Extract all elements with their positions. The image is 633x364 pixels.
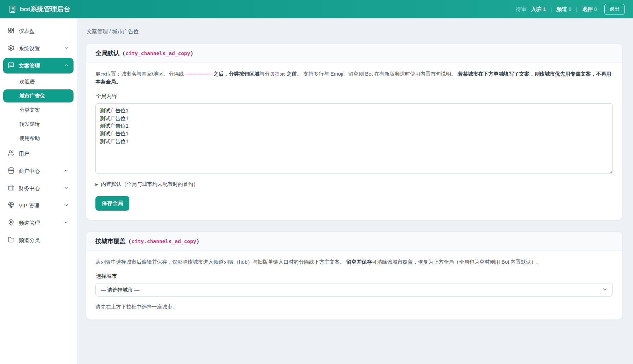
global-content-label: 全局内容	[96, 93, 613, 100]
chevron-down-icon	[64, 185, 69, 192]
stat-deposit: 退押0	[582, 6, 597, 13]
save-global-button[interactable]: 保存全局	[95, 196, 129, 211]
folder-icon	[8, 236, 14, 244]
pink-divider-dashes: ——————	[186, 71, 212, 77]
sidebar-subitem-category-copy[interactable]: 分类文案	[3, 104, 74, 117]
sidebar-item-label: 仪表盘	[19, 28, 35, 35]
store-icon	[8, 167, 14, 175]
users-icon	[8, 150, 14, 158]
stat-ruzhu-label: 入驻	[531, 6, 541, 12]
building-icon	[8, 5, 16, 13]
sidebar-item-users[interactable]: 用户	[3, 146, 74, 162]
global-card-code: city_channels_ad_copy	[125, 51, 190, 56]
paren: ）	[190, 50, 196, 57]
sidebar-item-label: 频道分类	[19, 237, 40, 244]
gem-icon	[8, 202, 14, 210]
app-title: bot系统管理后台	[20, 5, 71, 14]
message-icon	[8, 62, 14, 70]
sidebar-item-finance-center[interactable]: 财务中心	[3, 181, 74, 196]
logout-button[interactable]: 退出	[604, 4, 625, 15]
city-select-value: — 请选择城市 —	[101, 287, 140, 293]
sidebar-item-channel-category[interactable]: 频道分类	[3, 233, 74, 248]
separator: |	[576, 6, 578, 12]
chevron-down-icon	[602, 287, 608, 293]
stat-deposit-value: 0	[594, 6, 597, 12]
chevron-down-icon	[64, 168, 69, 174]
paren: ）	[196, 238, 202, 245]
stat-ruzhu: 入驻1	[531, 6, 546, 13]
city-select-label: 选择城市	[96, 273, 613, 280]
builtin-default-label: 内置默认（全局与城市均未配置时的首句）	[101, 181, 199, 188]
breadcrumb-separator: /	[109, 28, 111, 34]
sidebar-item-label: VIP 管理	[19, 202, 39, 209]
desc-segment: 。 支持多行与 Emoji。留空则 Bot 在有新版频道时使用内置首句说明。	[297, 71, 458, 77]
separator: |	[551, 6, 552, 12]
city-override-card: 按城市覆盖（city.channels_ad_copy） 从列表中选择城市后编辑…	[86, 231, 622, 320]
chevron-down-icon	[64, 45, 69, 52]
desc-segment: 从列表中选择城市后编辑并保存，仅影响该城市进入频道列表（hub）与旧版单链入口时…	[95, 259, 346, 265]
builtin-default-toggle[interactable]: ▶ 内置默认（全局与城市均未配置时的首句）	[95, 181, 613, 188]
desc-segment: 与分页提示	[259, 71, 287, 77]
stat-channel: 频道0	[556, 6, 571, 13]
sidebar-item-label: 商户中心	[19, 168, 40, 175]
global-card-title: 全局默认	[95, 50, 119, 57]
desc-segment: 展示位置：城市名与国家/地区、分隔线	[95, 71, 186, 77]
sidebar-item-label: 系统设置	[19, 45, 40, 52]
global-description: 展示位置：城市名与国家/地区、分隔线 —————— 之后，分类按钮区域与分页提示…	[95, 70, 613, 86]
breadcrumb-current: 城市广告位	[112, 28, 139, 34]
chevron-up-icon	[64, 63, 69, 69]
global-card-header: 全局默认（city_channels_ad_copy）	[86, 44, 622, 63]
desc-segment-bold: 分类按钮区域	[229, 71, 259, 77]
city-select-hint: 请先在上方下拉框中选择一座城市。	[95, 304, 613, 310]
city-card-body: 从列表中选择城市后编辑并保存，仅影响该城市进入频道列表（hub）与旧版单链入口时…	[86, 251, 622, 319]
sidebar-item-vip-management[interactable]: VIP 管理	[3, 198, 74, 213]
stat-channel-value: 0	[568, 6, 571, 12]
stat-channel-label: 频道	[556, 6, 567, 12]
city-select[interactable]: — 请选择城市 —	[95, 283, 613, 297]
global-default-card: 全局默认（city_channels_ad_copy） 展示位置：城市名与国家/…	[86, 43, 622, 220]
sidebar-subitem-help[interactable]: 使用帮助	[3, 132, 74, 145]
desc-segment-bold: 之后，	[212, 71, 229, 77]
desc-segment-bold: 留空并保存	[346, 259, 372, 265]
pending-label: 待审	[516, 6, 526, 13]
brand: bot系统管理后台	[8, 5, 71, 14]
sidebar-subitem-forward-invite[interactable]: 转发邀请	[3, 118, 74, 131]
briefcase-icon	[8, 184, 14, 192]
desc-segment: 可清除该城市覆盖，恢复为上方全局（全局也为空时则用 Bot 内置默认）。	[372, 259, 541, 265]
sidebar-item-label: 财务中心	[19, 185, 40, 192]
sidebar-item-copy-management[interactable]: 文案管理	[3, 58, 74, 74]
stat-deposit-label: 退押	[582, 6, 593, 12]
chevron-down-icon	[64, 220, 69, 226]
sidebar-item-system-settings[interactable]: 系统设置	[3, 41, 74, 56]
sidebar: 仪表盘 系统设置 文案管理 欢迎语 城市广告位 分类文案 转发邀请 使用帮助 用…	[0, 18, 77, 364]
breadcrumb: 文案管理 / 城市广告位	[87, 28, 622, 35]
sidebar-item-label: 文案管理	[19, 63, 40, 69]
chevron-down-icon	[64, 202, 69, 209]
city-description: 从列表中选择城市后编辑并保存，仅影响该城市进入频道列表（hub）与旧版单链入口时…	[95, 258, 613, 266]
city-card-header: 按城市覆盖（city.channels_ad_copy）	[86, 232, 622, 251]
breadcrumb-section[interactable]: 文案管理	[87, 28, 108, 34]
triangle-right-icon: ▶	[95, 182, 98, 186]
main-content: 文案管理 / 城市广告位 全局默认（city_channels_ad_copy）…	[77, 18, 633, 364]
paren: （	[119, 50, 125, 57]
city-card-title: 按城市覆盖	[95, 238, 125, 245]
sidebar-item-channel-management[interactable]: 频道管理	[3, 215, 74, 231]
sidebar-item-label: 用户	[19, 151, 29, 157]
stat-ruzhu-value: 1	[543, 6, 546, 12]
dashboard-icon	[8, 27, 14, 35]
global-content-textarea[interactable]: 测试广告位1 测试广告位1 测试广告位1 测试广告位1 测试广告位1	[95, 103, 613, 174]
header-stats: 待审 入驻1 | 频道0 | 退押0 退出	[516, 4, 625, 15]
global-card-body: 展示位置：城市名与国家/地区、分隔线 —————— 之后，分类按钮区域与分页提示…	[86, 63, 622, 220]
gear-icon	[8, 45, 14, 52]
city-card-code: city.channels_ad_copy	[131, 239, 196, 244]
map-pin-icon	[8, 219, 14, 227]
sidebar-item-label: 频道管理	[19, 220, 40, 227]
sidebar-subitem-welcome[interactable]: 欢迎语	[3, 75, 74, 88]
sidebar-item-merchant-center[interactable]: 商户中心	[3, 163, 74, 179]
app-header: bot系统管理后台 待审 入驻1 | 频道0 | 退押0 退出	[0, 0, 633, 18]
sidebar-subitem-city-ad[interactable]: 城市广告位	[3, 89, 74, 102]
sidebar-item-dashboard[interactable]: 仪表盘	[3, 23, 74, 39]
desc-segment-bold: 之前	[287, 71, 297, 77]
paren: （	[125, 238, 131, 245]
